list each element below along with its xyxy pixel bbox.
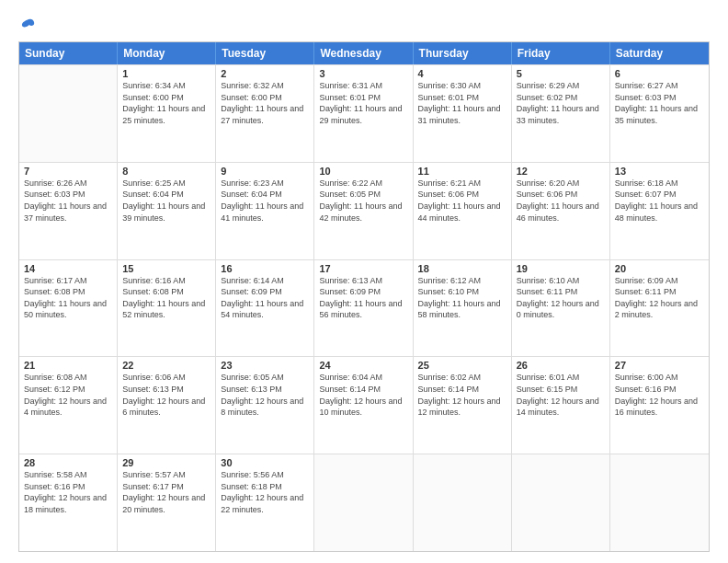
- day-number: 11: [418, 166, 506, 177]
- cell-info: Sunrise: 6:12 AMSunset: 6:10 PMDaylight:…: [418, 276, 501, 320]
- cal-cell-empty: [414, 454, 512, 551]
- cal-cell-24: 24 Sunrise: 6:04 AMSunset: 6:14 PMDaylig…: [314, 357, 413, 454]
- cal-cell-22: 22 Sunrise: 6:06 AMSunset: 6:13 PMDaylig…: [118, 357, 216, 454]
- header-day-wednesday: Wednesday: [314, 42, 413, 64]
- cal-cell-6: 6 Sunrise: 6:27 AMSunset: 6:03 PMDayligh…: [610, 65, 709, 162]
- day-number: 16: [221, 263, 309, 274]
- cal-cell-25: 25 Sunrise: 6:02 AMSunset: 6:14 PMDaylig…: [414, 357, 512, 454]
- cell-info: Sunrise: 6:30 AMSunset: 6:01 PMDaylight:…: [418, 81, 501, 125]
- cal-row-0: 1 Sunrise: 6:34 AMSunset: 6:00 PMDayligh…: [19, 64, 709, 162]
- day-number: 8: [122, 166, 210, 177]
- cell-info: Sunrise: 6:25 AMSunset: 6:04 PMDaylight:…: [122, 178, 205, 223]
- cal-cell-23: 23 Sunrise: 6:05 AMSunset: 6:13 PMDaylig…: [216, 357, 314, 454]
- cal-cell-20: 20 Sunrise: 6:09 AMSunset: 6:11 PMDaylig…: [610, 260, 709, 357]
- cell-info: Sunrise: 6:10 AMSunset: 6:11 PMDaylight:…: [517, 276, 599, 320]
- cal-cell-8: 8 Sunrise: 6:25 AMSunset: 6:04 PMDayligh…: [118, 163, 216, 259]
- cal-cell-15: 15 Sunrise: 6:16 AMSunset: 6:08 PMDaylig…: [118, 260, 216, 357]
- cell-info: Sunrise: 6:05 AMSunset: 6:13 PMDaylight:…: [221, 373, 303, 417]
- cell-info: Sunrise: 6:22 AMSunset: 6:05 PMDaylight:…: [319, 178, 402, 223]
- day-number: 17: [319, 263, 407, 274]
- header-day-tuesday: Tuesday: [216, 42, 314, 64]
- cell-info: Sunrise: 6:34 AMSunset: 6:00 PMDaylight:…: [122, 81, 205, 125]
- cell-info: Sunrise: 5:57 AMSunset: 6:17 PMDaylight:…: [122, 470, 205, 514]
- cal-cell-28: 28 Sunrise: 5:58 AMSunset: 6:16 PMDaylig…: [19, 454, 118, 551]
- cal-cell-3: 3 Sunrise: 6:31 AMSunset: 6:01 PMDayligh…: [314, 65, 413, 162]
- day-number: 27: [615, 360, 704, 371]
- day-number: 13: [615, 166, 704, 177]
- calendar: SundayMondayTuesdayWednesdayThursdayFrid…: [18, 41, 710, 552]
- cal-cell-5: 5 Sunrise: 6:29 AMSunset: 6:02 PMDayligh…: [512, 65, 610, 162]
- cal-cell-12: 12 Sunrise: 6:20 AMSunset: 6:06 PMDaylig…: [512, 163, 610, 259]
- cell-info: Sunrise: 6:17 AMSunset: 6:08 PMDaylight:…: [24, 276, 107, 320]
- cal-row-2: 14 Sunrise: 6:17 AMSunset: 6:08 PMDaylig…: [19, 259, 709, 357]
- header: [18, 15, 710, 34]
- cell-info: Sunrise: 6:21 AMSunset: 6:06 PMDaylight:…: [418, 178, 501, 223]
- calendar-header: SundayMondayTuesdayWednesdayThursdayFrid…: [19, 42, 709, 64]
- day-number: 1: [122, 68, 210, 79]
- cal-cell-26: 26 Sunrise: 6:01 AMSunset: 6:15 PMDaylig…: [512, 357, 610, 454]
- header-day-sunday: Sunday: [19, 42, 118, 64]
- day-number: 22: [122, 360, 210, 371]
- calendar-body: 1 Sunrise: 6:34 AMSunset: 6:00 PMDayligh…: [19, 64, 709, 551]
- header-day-saturday: Saturday: [610, 42, 709, 64]
- cell-info: Sunrise: 6:27 AMSunset: 6:03 PMDaylight:…: [615, 81, 698, 125]
- cal-row-4: 28 Sunrise: 5:58 AMSunset: 6:16 PMDaylig…: [19, 454, 709, 551]
- cal-cell-empty: [314, 454, 413, 551]
- logo: [18, 15, 36, 34]
- cal-cell-17: 17 Sunrise: 6:13 AMSunset: 6:09 PMDaylig…: [314, 260, 413, 357]
- day-number: 25: [418, 360, 506, 371]
- day-number: 6: [615, 68, 704, 79]
- day-number: 14: [24, 263, 112, 274]
- cell-info: Sunrise: 6:23 AMSunset: 6:04 PMDaylight:…: [221, 178, 303, 223]
- cell-info: Sunrise: 6:18 AMSunset: 6:07 PMDaylight:…: [615, 178, 698, 223]
- day-number: 23: [221, 360, 309, 371]
- cal-cell-18: 18 Sunrise: 6:12 AMSunset: 6:10 PMDaylig…: [414, 260, 512, 357]
- cal-cell-7: 7 Sunrise: 6:26 AMSunset: 6:03 PMDayligh…: [19, 163, 118, 259]
- cell-info: Sunrise: 6:20 AMSunset: 6:06 PMDaylight:…: [517, 178, 599, 223]
- cal-cell-14: 14 Sunrise: 6:17 AMSunset: 6:08 PMDaylig…: [19, 260, 118, 357]
- cal-row-1: 7 Sunrise: 6:26 AMSunset: 6:03 PMDayligh…: [19, 162, 709, 259]
- cal-cell-empty: [512, 454, 610, 551]
- day-number: 3: [319, 68, 407, 79]
- cal-cell-2: 2 Sunrise: 6:32 AMSunset: 6:00 PMDayligh…: [216, 65, 314, 162]
- cal-row-3: 21 Sunrise: 6:08 AMSunset: 6:12 PMDaylig…: [19, 356, 709, 454]
- day-number: 7: [24, 166, 112, 177]
- cal-cell-1: 1 Sunrise: 6:34 AMSunset: 6:00 PMDayligh…: [118, 65, 216, 162]
- cell-info: Sunrise: 6:26 AMSunset: 6:03 PMDaylight:…: [24, 178, 107, 223]
- cell-info: Sunrise: 6:06 AMSunset: 6:13 PMDaylight:…: [122, 373, 205, 417]
- cell-info: Sunrise: 5:58 AMSunset: 6:16 PMDaylight:…: [24, 470, 107, 514]
- cal-cell-10: 10 Sunrise: 6:22 AMSunset: 6:05 PMDaylig…: [314, 163, 413, 259]
- day-number: 24: [319, 360, 407, 371]
- day-number: 12: [517, 166, 605, 177]
- cell-info: Sunrise: 6:01 AMSunset: 6:15 PMDaylight:…: [517, 373, 599, 417]
- day-number: 9: [221, 166, 309, 177]
- cell-info: Sunrise: 6:09 AMSunset: 6:11 PMDaylight:…: [615, 276, 698, 320]
- cell-info: Sunrise: 6:31 AMSunset: 6:01 PMDaylight:…: [319, 81, 402, 125]
- cell-info: Sunrise: 5:56 AMSunset: 6:18 PMDaylight:…: [221, 470, 303, 514]
- logo-bird-icon: [19, 17, 36, 33]
- cal-cell-empty: [610, 454, 709, 551]
- cal-cell-29: 29 Sunrise: 5:57 AMSunset: 6:17 PMDaylig…: [118, 454, 216, 551]
- day-number: 20: [615, 263, 704, 274]
- day-number: 18: [418, 263, 506, 274]
- cell-info: Sunrise: 6:04 AMSunset: 6:14 PMDaylight:…: [319, 373, 402, 417]
- cell-info: Sunrise: 6:14 AMSunset: 6:09 PMDaylight:…: [221, 276, 303, 320]
- cal-cell-21: 21 Sunrise: 6:08 AMSunset: 6:12 PMDaylig…: [19, 357, 118, 454]
- cal-cell-19: 19 Sunrise: 6:10 AMSunset: 6:11 PMDaylig…: [512, 260, 610, 357]
- day-number: 15: [122, 263, 210, 274]
- cell-info: Sunrise: 6:16 AMSunset: 6:08 PMDaylight:…: [122, 276, 205, 320]
- cell-info: Sunrise: 6:32 AMSunset: 6:00 PMDaylight:…: [221, 81, 303, 125]
- cal-cell-16: 16 Sunrise: 6:14 AMSunset: 6:09 PMDaylig…: [216, 260, 314, 357]
- cell-info: Sunrise: 6:08 AMSunset: 6:12 PMDaylight:…: [24, 373, 107, 417]
- cal-cell-9: 9 Sunrise: 6:23 AMSunset: 6:04 PMDayligh…: [216, 163, 314, 259]
- day-number: 28: [24, 457, 112, 468]
- cal-cell-13: 13 Sunrise: 6:18 AMSunset: 6:07 PMDaylig…: [610, 163, 709, 259]
- page: SundayMondayTuesdayWednesdayThursdayFrid…: [0, 0, 728, 563]
- day-number: 10: [319, 166, 407, 177]
- day-number: 21: [24, 360, 112, 371]
- day-number: 2: [221, 68, 309, 79]
- day-number: 4: [418, 68, 506, 79]
- day-number: 19: [517, 263, 605, 274]
- cell-info: Sunrise: 6:29 AMSunset: 6:02 PMDaylight:…: [517, 81, 599, 125]
- day-number: 26: [517, 360, 605, 371]
